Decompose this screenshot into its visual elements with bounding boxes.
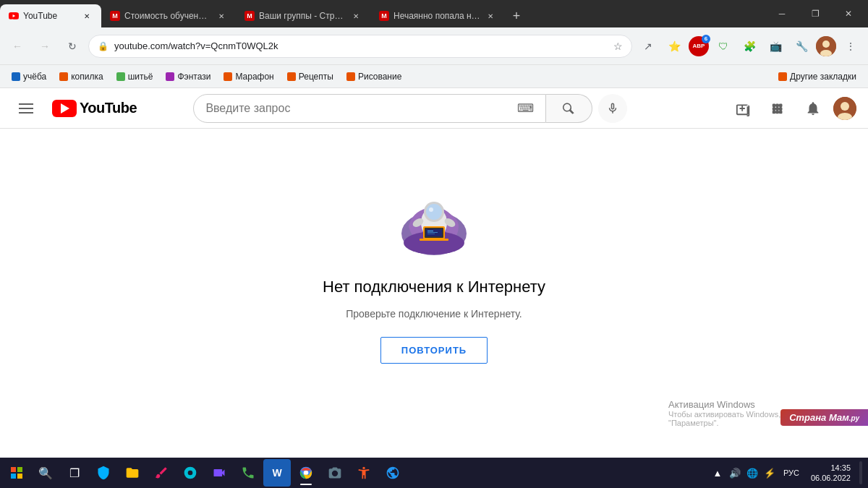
yt-create-button[interactable]: [729, 94, 758, 123]
taskbar-app-game[interactable]: [350, 459, 378, 487]
extensions-puzzle-icon[interactable]: 🔧: [790, 35, 813, 58]
svg-rect-32: [11, 474, 16, 479]
tray-battery-icon[interactable]: ⚡: [762, 463, 778, 483]
taskbar-app-word[interactable]: W: [263, 459, 291, 487]
cast-icon[interactable]: 📺: [764, 35, 787, 58]
adblock-count: 6: [702, 35, 710, 43]
extensions-icon[interactable]: 🧩: [738, 35, 761, 58]
svg-rect-30: [11, 467, 16, 472]
bookmark-recepty-label: Рецепты: [299, 72, 333, 82]
tray-volume-icon[interactable]: 🔊: [727, 463, 743, 483]
tab-stoimost[interactable]: М Стоимость обучения на 2022-2... ✕: [101, 4, 236, 27]
windows-watermark-title: Активация Windows: [668, 399, 856, 410]
svg-point-26: [455, 193, 457, 195]
start-button[interactable]: [3, 459, 30, 487]
yt-logo-icon: [52, 100, 77, 117]
taskbar-app-shield[interactable]: [90, 459, 117, 487]
bookmark-fantasy[interactable]: Фэнтази: [160, 68, 216, 85]
taskbar-app-files[interactable]: [119, 459, 146, 487]
taskbar-app-media[interactable]: [176, 459, 204, 487]
url-bar[interactable]: 🔒 youtube.com/watch?v=QcnmT0WQL2k ☆: [88, 35, 632, 58]
bookmark-marafon[interactable]: Марафон: [218, 68, 279, 85]
svg-point-14: [429, 207, 433, 212]
tray-network-icon[interactable]: 🌐: [744, 463, 760, 483]
taskbar-app-chrome[interactable]: [292, 459, 320, 487]
yt-mic-button[interactable]: [598, 94, 627, 123]
bookmark-star-icon[interactable]: ☆: [613, 40, 623, 52]
other-bookmarks[interactable]: Другие закладки: [773, 68, 862, 85]
yt-menu-button[interactable]: [12, 94, 41, 123]
yt-search-input[interactable]: [205, 102, 517, 115]
tab-nechayno[interactable]: М Нечаянно попала на медитаци... ✕: [370, 4, 505, 27]
shield-icon[interactable]: 🛡: [712, 35, 735, 58]
bookmark-risovanie-label: Рисование: [358, 72, 401, 82]
svg-rect-22: [427, 232, 438, 233]
error-illustration: [391, 179, 477, 266]
svg-rect-31: [17, 467, 22, 472]
address-right-controls: ↗ ⭐ ABP 6 🛡 🧩 📺 🔧 ⋮: [637, 35, 862, 58]
retry-button[interactable]: ПОВТОРИТЬ: [380, 337, 488, 364]
taskbar-app-video[interactable]: [205, 459, 233, 487]
tab-youtube-label: YouTube: [23, 11, 57, 21]
keyboard-icon[interactable]: ⌨: [517, 101, 534, 115]
bookmark-recepty[interactable]: Рецепты: [281, 68, 339, 85]
tab-vashi[interactable]: М Ваши группы - Страна Мам ✕: [236, 4, 370, 27]
browser-menu-button[interactable]: ⋮: [839, 35, 862, 58]
yt-search-button[interactable]: [546, 94, 592, 123]
reload-button[interactable]: ↻: [61, 35, 84, 58]
yt-notifications-button[interactable]: [799, 94, 827, 123]
taskbar-time: 14:35: [811, 463, 851, 473]
profile-avatar[interactable]: [816, 36, 836, 56]
bookmark-shitie[interactable]: шитьё: [111, 68, 159, 85]
tray-language[interactable]: РУС: [780, 467, 802, 479]
page-content: YouTube ⌨: [0, 88, 868, 458]
taskbar-app-paint[interactable]: [148, 459, 175, 487]
svg-point-25: [415, 189, 417, 191]
svg-point-13: [426, 204, 442, 220]
taskbar-app-browser2[interactable]: [379, 459, 407, 487]
adblock-icon[interactable]: ABP 6: [689, 36, 709, 56]
strana-mam-text: Страна Мам.ру: [789, 412, 859, 423]
svg-rect-23: [427, 234, 435, 234]
svg-point-24: [404, 197, 407, 199]
tab-nechayno-label: Нечаянно попала на медитаци...: [393, 11, 480, 21]
svg-rect-4: [19, 108, 33, 109]
close-button[interactable]: ✕: [832, 0, 865, 27]
tab-youtube[interactable]: YouTube ✕: [0, 4, 101, 27]
yt-profile-avatar[interactable]: [833, 97, 856, 120]
task-view-button[interactable]: ❐: [61, 459, 88, 487]
tab-nechayno-close[interactable]: ✕: [485, 10, 496, 22]
taskbar-app-camera[interactable]: [321, 459, 349, 487]
yt-search-bar[interactable]: ⌨: [193, 94, 546, 123]
tab-vashi-close[interactable]: ✕: [350, 10, 362, 22]
svg-point-37: [304, 471, 309, 476]
svg-point-29: [462, 218, 464, 221]
yt-logo[interactable]: YouTube: [52, 100, 137, 117]
error-subtitle: Проверьте подключение к Интернету.: [346, 308, 522, 320]
bookmark-risovanie[interactable]: Рисование: [341, 68, 407, 85]
yt-apps-button[interactable]: [764, 94, 793, 123]
minimize-button[interactable]: ─: [765, 0, 799, 27]
bookmark-ucheba-label: учёба: [23, 72, 46, 82]
svg-point-1: [822, 40, 830, 48]
share-button[interactable]: ↗: [637, 35, 660, 58]
taskbar-app-phone[interactable]: [234, 459, 262, 487]
forward-button[interactable]: →: [33, 35, 56, 58]
taskbar-clock[interactable]: 14:35 06.06.2022: [805, 463, 856, 484]
svg-rect-3: [19, 103, 33, 105]
new-tab-button[interactable]: +: [505, 4, 528, 27]
tab-stoimost-close[interactable]: ✕: [216, 10, 227, 22]
show-desktop-button[interactable]: [859, 461, 862, 484]
tray-expand-icon[interactable]: ▲: [710, 463, 726, 483]
strana-mam-watermark: Страна Мам.ру: [780, 409, 868, 426]
tab-youtube-close[interactable]: ✕: [81, 10, 93, 22]
yt-search-container: ⌨: [193, 94, 627, 123]
search-button[interactable]: 🔍: [32, 459, 59, 487]
bookmark-button[interactable]: ⭐: [663, 35, 686, 58]
bookmark-ucheba[interactable]: учёба: [6, 68, 52, 85]
bookmark-kopilka[interactable]: копилка: [54, 68, 109, 85]
back-button[interactable]: ←: [6, 35, 29, 58]
restore-button[interactable]: ❐: [799, 0, 832, 27]
svg-rect-21: [427, 231, 433, 231]
yt-header-right: [729, 94, 856, 123]
